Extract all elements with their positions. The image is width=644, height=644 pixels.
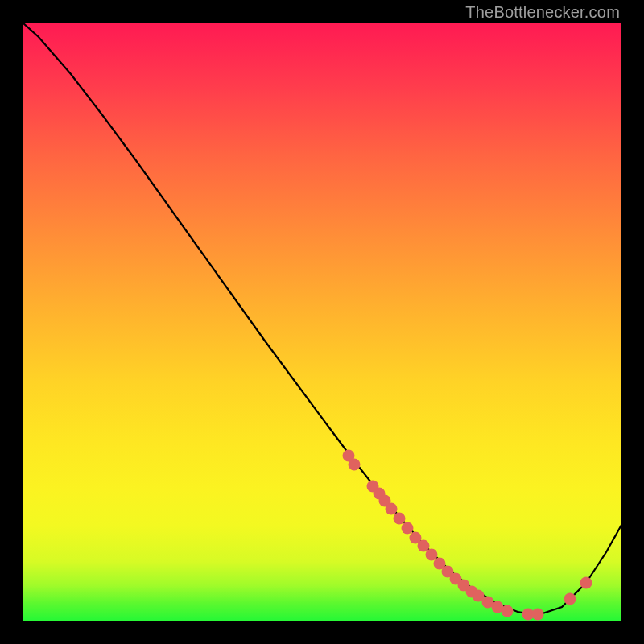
- data-point: [402, 522, 414, 535]
- bottleneck-curve: [23, 23, 621, 615]
- data-point: [532, 609, 544, 621]
- data-point: [502, 605, 514, 617]
- data-points-group: [343, 450, 592, 621]
- chart-frame: TheBottlenecker.com: [0, 0, 644, 644]
- watermark-text: TheBottlenecker.com: [465, 3, 620, 22]
- data-point: [580, 577, 592, 589]
- data-point: [349, 459, 361, 471]
- curve-svg: [23, 23, 621, 621]
- data-point: [394, 513, 406, 525]
- plot-area: [23, 23, 621, 621]
- data-point: [386, 503, 398, 515]
- data-point: [564, 593, 576, 605]
